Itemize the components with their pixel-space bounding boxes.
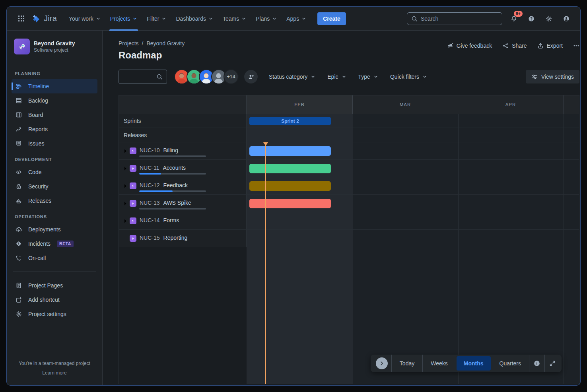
nav-item-plans[interactable]: Plans <box>251 7 282 31</box>
releases-row: Releases <box>119 128 579 142</box>
epic-row-nuc-14[interactable]: NUC-14Forms <box>119 212 579 230</box>
scroll-right-button[interactable] <box>376 357 388 369</box>
epic-icon <box>130 165 136 172</box>
epic-bar-nuc-12[interactable] <box>249 181 331 191</box>
sidebar-section-title: OPERATIONS <box>15 214 97 219</box>
settings-button[interactable] <box>543 13 555 25</box>
chevron-down-icon <box>301 16 306 21</box>
breadcrumb-project-name[interactable]: Beyond Gravity <box>146 40 185 47</box>
filter-dropdown-epic[interactable]: Epic <box>323 71 350 82</box>
view-settings-button[interactable]: View settings <box>526 70 579 83</box>
epic-row-nuc-15[interactable]: NUC-15Reporting <box>119 230 579 247</box>
expand-chevron-icon[interactable] <box>121 147 129 155</box>
add-people-button[interactable] <box>244 70 258 83</box>
sidebar-item-label: Backlog <box>28 97 48 104</box>
sidebar-item-incidents[interactable]: IncidentsBETA <box>12 237 97 251</box>
epic-bar-nuc-11[interactable] <box>249 164 331 173</box>
dropdown-label: Type <box>358 74 370 80</box>
share-button[interactable]: Share <box>502 43 527 49</box>
timeline-search-input[interactable] <box>123 74 156 80</box>
epic-name: Forms <box>163 217 179 223</box>
sidebar-item-project-pages[interactable]: Project Pages <box>12 278 97 293</box>
avatar-icon <box>563 16 570 22</box>
avatar-overflow-count[interactable]: +14 <box>224 69 239 84</box>
epic-row-nuc-10[interactable]: NUC-10Billing <box>119 142 579 160</box>
epic-row-nuc-12[interactable]: NUC-12Feedback <box>119 177 579 195</box>
scale-button-months[interactable]: Months <box>457 356 491 371</box>
sidebar-item-deployments[interactable]: Deployments <box>12 222 97 237</box>
search-icon <box>411 16 418 22</box>
epic-name: Billing <box>163 147 178 153</box>
nav-item-label: Projects <box>110 16 130 22</box>
sidebar-item-backlog[interactable]: Backlog <box>12 93 97 108</box>
project-sidebar: Beyond Gravity Software project PLANNING… <box>7 31 103 385</box>
timeline-search[interactable] <box>119 70 167 84</box>
nav-item-projects[interactable]: Projects <box>105 7 142 31</box>
app-switcher-button[interactable] <box>15 12 27 25</box>
epic-key: NUC-14 <box>140 217 160 223</box>
nav-item-your-work[interactable]: Your work <box>64 7 105 31</box>
nav-item-label: Your work <box>69 16 93 22</box>
expand-chevron-icon[interactable] <box>121 165 129 173</box>
nav-item-apps[interactable]: Apps <box>282 7 311 31</box>
sidebar-item-code[interactable]: Code <box>12 165 97 179</box>
nav-item-label: Plans <box>256 16 270 22</box>
filter-dropdown-quick-filters[interactable]: Quick filters <box>386 71 431 82</box>
project-type: Software project <box>34 47 75 53</box>
give-feedback-button[interactable]: Give feedback <box>447 43 492 49</box>
sidebar-item-timeline[interactable]: Timeline <box>12 79 97 93</box>
notifications-button[interactable]: 9+ <box>508 13 520 25</box>
brand-name: Jira <box>44 14 57 23</box>
nav-item-teams[interactable]: Teams <box>218 7 251 31</box>
sidebar-item-releases[interactable]: Releases <box>12 194 97 208</box>
filter-dropdown-status-category[interactable]: Status category <box>265 71 319 82</box>
jira-logo[interactable]: Jira <box>31 14 57 23</box>
sidebar-item-reports[interactable]: Reports <box>12 122 97 136</box>
epic-bar-nuc-13[interactable] <box>249 199 331 208</box>
sidebar-item-add-shortcut[interactable]: Add shortcut <box>12 293 97 307</box>
sprint-bar[interactable]: Sprint 2 <box>249 117 331 125</box>
app-window: Jira Your workProjectsFilterDashboardsTe… <box>6 6 581 386</box>
epic-key: NUC-13 <box>140 200 160 206</box>
scale-button-quarters[interactable]: Quarters <box>492 356 528 371</box>
sidebar-item-on-call[interactable]: On-call <box>12 251 97 265</box>
epic-row-nuc-13[interactable]: NUC-13AWS Spike <box>119 195 579 212</box>
breadcrumb-projects[interactable]: Projects <box>119 40 139 47</box>
chevron-down-icon <box>342 74 346 79</box>
expand-icon <box>549 360 556 367</box>
nav-item-filter[interactable]: Filter <box>142 7 171 31</box>
jira-mark-icon <box>31 14 41 23</box>
fullscreen-button[interactable] <box>545 355 560 372</box>
global-search[interactable] <box>407 12 502 25</box>
more-actions-button[interactable] <box>573 43 579 49</box>
main-content: Projects / Beyond Gravity Roadmap Give f… <box>103 31 580 385</box>
header-actions: Give feedbackShareExport <box>447 43 579 49</box>
export-button[interactable]: Export <box>537 43 563 49</box>
expand-chevron-icon[interactable] <box>121 182 129 190</box>
epic-name: Feedback <box>163 182 188 188</box>
expand-chevron-icon[interactable] <box>121 200 129 208</box>
sidebar-item-security[interactable]: Security <box>12 179 97 194</box>
learn-more-link[interactable]: Learn more <box>42 370 66 376</box>
expand-chevron-icon[interactable] <box>121 217 129 225</box>
epic-bar-nuc-10[interactable] <box>249 146 331 156</box>
sidebar-item-issues[interactable]: Issues <box>12 136 97 151</box>
filter-dropdown-type[interactable]: Type <box>354 71 382 82</box>
chevron-down-icon <box>96 16 101 21</box>
sidebar-item-board[interactable]: Board <box>12 108 97 122</box>
epic-row-nuc-11[interactable]: NUC-11Accounts <box>119 160 579 177</box>
today-button[interactable]: Today <box>393 356 422 371</box>
global-search-input[interactable] <box>421 16 498 22</box>
help-button[interactable] <box>525 13 537 25</box>
scale-button-weeks[interactable]: Weeks <box>424 356 455 371</box>
sidebar-section-title: PLANNING <box>15 71 97 76</box>
sidebar-item-label: Issues <box>28 140 44 147</box>
create-button[interactable]: Create <box>317 12 346 25</box>
profile-button[interactable] <box>560 13 572 25</box>
nav-item-dashboards[interactable]: Dashboards <box>171 7 218 31</box>
sidebar-item-project-settings[interactable]: Project settings <box>12 307 97 321</box>
export-icon <box>537 43 544 49</box>
gantt-rows: Sprints Sprint 2 Releases <box>119 114 579 247</box>
sidebar-divider <box>13 272 96 272</box>
timeline-info-button[interactable] <box>529 355 544 372</box>
